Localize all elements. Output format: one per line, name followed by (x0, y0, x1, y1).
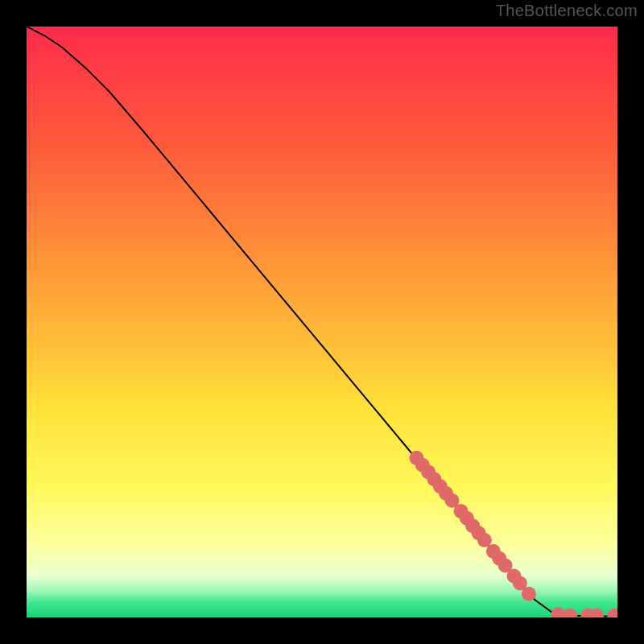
watermark-text: TheBottleneck.com (496, 2, 638, 20)
chart-plot (27, 27, 617, 617)
plot-background (27, 27, 617, 617)
chart-frame: TheBottleneck.com (0, 0, 644, 644)
data-marker (522, 587, 536, 601)
